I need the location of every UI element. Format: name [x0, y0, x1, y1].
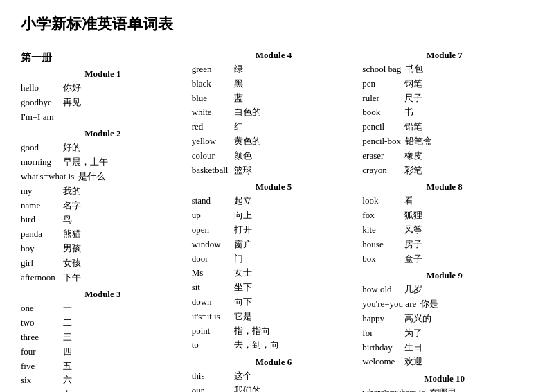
column-2: Module 4green绿black黑blue蓝white白色的red红yel…	[192, 46, 363, 392]
word-chinese: 几岁	[404, 283, 422, 297]
word-english: five	[21, 359, 59, 374]
word-english: sit	[192, 280, 230, 295]
word-entry: Ms女士	[192, 266, 356, 280]
module: Module 5stand起立up向上open打开window窗户door门Ms…	[192, 181, 356, 353]
module: Module 9how old几岁you're=you are你是happy高兴…	[362, 270, 526, 369]
word-entry: six六	[21, 373, 185, 388]
word-entry: happy高兴的	[362, 312, 526, 326]
word-english: it's=it is	[192, 310, 230, 324]
word-english: I'm=I am	[21, 110, 59, 125]
word-entry: how old几岁	[362, 283, 526, 297]
word-chinese: 生日	[404, 341, 422, 355]
word-chinese: 颜色	[234, 149, 252, 163]
module: Module 3one一two二three三four四five五six六seve…	[21, 289, 185, 392]
word-entry: colour颜色	[192, 149, 356, 163]
word-english: four	[21, 345, 59, 359]
word-entry: down向下	[192, 295, 356, 310]
word-chinese: 彩笔	[404, 163, 422, 178]
word-english: eraser	[362, 149, 400, 163]
word-chinese: 七	[63, 388, 72, 392]
word-english: stand	[192, 194, 230, 208]
word-entry: eraser橡皮	[362, 149, 526, 163]
word-chinese: 打开	[234, 223, 252, 238]
word-entry: blue蓝	[192, 91, 356, 106]
word-entry: bird鸟	[21, 213, 185, 227]
word-chinese: 三	[63, 330, 72, 345]
word-chinese: 看	[404, 194, 413, 208]
word-chinese: 起立	[234, 194, 252, 208]
word-entry: basketball篮球	[192, 163, 356, 178]
word-english: window	[192, 238, 230, 252]
column-1: 第一册 Module 1hello你好goodbye再见I'm=I amModu…	[21, 46, 192, 392]
word-chinese: 向上	[234, 208, 252, 223]
word-english: panda	[21, 227, 59, 242]
word-entry: goodbye再见	[21, 96, 185, 110]
word-chinese: 鸟	[63, 213, 72, 227]
word-entry: door门	[192, 252, 356, 267]
word-english: girl	[21, 256, 59, 271]
word-chinese: 下午	[63, 271, 81, 285]
word-entry: book书	[362, 105, 526, 120]
word-entry: kite风筝	[362, 223, 526, 238]
word-entry: up向上	[192, 208, 356, 223]
word-english: how old	[362, 283, 400, 297]
word-english: my	[21, 184, 59, 199]
word-chinese: 这个	[234, 369, 252, 384]
word-chinese: 红	[234, 120, 243, 134]
word-english: morning	[21, 155, 59, 170]
word-chinese: 你是	[420, 297, 438, 312]
word-entry: girl女孩	[21, 256, 185, 271]
word-entry: yellow黄色的	[192, 134, 356, 149]
word-entry: I'm=I am	[21, 110, 185, 125]
word-entry: box盒子	[362, 252, 526, 267]
module-title: Module 9	[362, 270, 526, 281]
word-english: crayon	[362, 163, 400, 178]
word-english: pen	[362, 77, 400, 91]
word-entry: boy男孩	[21, 242, 185, 256]
word-chinese: 我的	[63, 184, 81, 199]
word-chinese: 再见	[63, 96, 81, 110]
word-entry: point指，指向	[192, 324, 356, 339]
word-chinese: 二	[63, 316, 72, 330]
word-english: book	[362, 105, 400, 120]
word-entry: panda熊猫	[21, 227, 185, 242]
word-english: Ms	[192, 266, 230, 280]
word-english: goodbye	[21, 96, 59, 110]
word-english: afternoon	[21, 271, 59, 285]
word-english: happy	[362, 312, 400, 326]
column-3: Module 7school bag书包pen钢笔ruler尺子book书pen…	[362, 46, 533, 392]
word-english: good	[21, 141, 59, 155]
word-entry: to去，到，向	[192, 338, 356, 353]
word-chinese: 女孩	[63, 256, 81, 271]
word-chinese: 四	[63, 345, 72, 359]
word-english: basketball	[192, 163, 230, 178]
word-chinese: 我们的	[234, 384, 261, 392]
module-title: Module 4	[192, 50, 356, 61]
word-chinese: 早晨，上午	[63, 155, 108, 170]
word-chinese: 绿	[234, 62, 243, 77]
word-entry: white白色的	[192, 105, 356, 120]
word-entry: pencil-box铅笔盒	[362, 134, 526, 149]
word-english: green	[192, 62, 230, 77]
word-entry: red红	[192, 120, 356, 134]
word-english: pencil	[362, 120, 400, 134]
word-entry: for为了	[362, 326, 526, 341]
module-title: Module 1	[21, 69, 185, 80]
word-english: door	[192, 252, 230, 267]
word-english: bird	[21, 213, 59, 227]
module: Module 6this这个our我们的classroom教室desk桌子and…	[192, 357, 356, 392]
word-english: two	[21, 316, 59, 330]
word-english: house	[362, 238, 400, 252]
word-english: one	[21, 301, 59, 316]
word-entry: crayon彩笔	[362, 163, 526, 178]
word-english: you're=you are	[362, 297, 416, 312]
word-english: three	[21, 330, 59, 345]
word-chinese: 门	[234, 252, 243, 267]
word-chinese: 篮球	[234, 163, 252, 178]
word-english: point	[192, 324, 230, 339]
word-chinese: 蓝	[234, 91, 243, 106]
word-entry: our我们的	[192, 384, 356, 392]
word-chinese: 六	[63, 373, 72, 388]
word-entry: welcome欢迎	[362, 355, 526, 369]
word-english: six	[21, 373, 59, 388]
